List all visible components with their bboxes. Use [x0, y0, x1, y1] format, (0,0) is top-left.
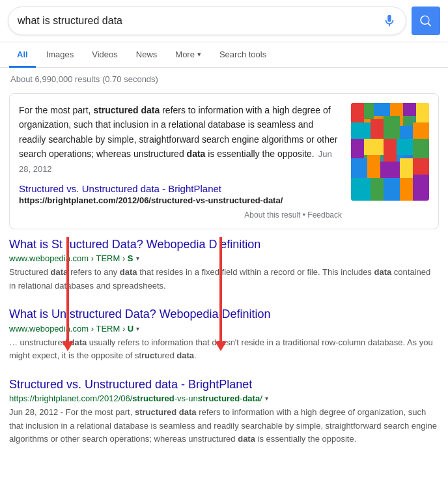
tab-videos[interactable]: Videos [84, 43, 126, 68]
tab-videos-label: Videos [92, 50, 118, 59]
svg-rect-2 [374, 103, 390, 116]
search-button[interactable] [412, 7, 440, 35]
results-section: What is St|ructured Data? Webopedia D|ef… [0, 237, 448, 446]
feedback-link[interactable]: Feedback [307, 210, 342, 220]
svg-rect-9 [400, 126, 413, 139]
snippet-bold-data: data [187, 149, 206, 159]
dropdown-arrow-2[interactable]: ▾ [136, 325, 139, 332]
result-item-3: Structured vs. Unstructured data - Brigh… [9, 377, 439, 446]
svg-rect-1 [364, 103, 374, 119]
result-2-snippet: … unstructured data usually refers to in… [9, 336, 439, 363]
result-3-url: https://brightplanet.com/2012/06/structu… [9, 393, 439, 403]
result-2-url: www.webopedia.com › TERM › U ▾ [9, 324, 439, 334]
svg-rect-7 [371, 119, 384, 139]
snippet-text-end: is essentially the opposite. [205, 149, 314, 159]
svg-rect-5 [416, 103, 429, 122]
svg-rect-14 [397, 139, 413, 155]
featured-snippet-text: For the most part, structured data refer… [19, 103, 342, 177]
about-result-link[interactable]: About this result [244, 210, 300, 220]
search-input[interactable] [18, 15, 377, 27]
svg-rect-17 [367, 155, 380, 178]
svg-rect-22 [371, 178, 384, 201]
search-input-wrapper [8, 7, 406, 35]
result-3-snippet: Jun 28, 2012 - For the most part, struct… [9, 406, 439, 446]
svg-rect-19 [400, 158, 413, 178]
svg-rect-16 [351, 158, 367, 178]
svg-rect-11 [351, 139, 364, 158]
result-1-url: www.webopedia.com › TERM › S ▾ [9, 253, 439, 263]
featured-snippet: For the most part, structured data refer… [9, 93, 439, 229]
result-1-snippet: Structured data refers to any data that … [9, 266, 439, 293]
svg-rect-0 [351, 103, 364, 122]
svg-rect-8 [384, 116, 400, 139]
svg-rect-24 [400, 178, 413, 201]
tab-news-label: News [136, 50, 158, 59]
search-bar [0, 0, 448, 42]
tab-images-label: Images [46, 50, 74, 59]
svg-rect-18 [380, 162, 400, 178]
result-1-title[interactable]: What is St|ructured Data? Webopedia D|ef… [9, 237, 439, 252]
dropdown-arrow-3[interactable]: ▾ [265, 395, 268, 402]
result-3-title[interactable]: Structured vs. Unstructured data - Brigh… [9, 377, 439, 392]
chevron-down-icon: ▾ [197, 50, 201, 59]
result-item-2: What is Un|structured Data? Webopedia De… [9, 307, 439, 362]
svg-rect-12 [364, 139, 384, 155]
snippet-bold-structured-data: structured data [93, 105, 160, 115]
snippet-url: https://brightplanet.com/2012/06/structu… [19, 195, 342, 205]
dropdown-arrow-1[interactable]: ▾ [136, 255, 139, 262]
svg-rect-25 [413, 175, 429, 201]
tab-all[interactable]: All [9, 43, 36, 68]
svg-rect-20 [413, 158, 429, 175]
svg-rect-4 [403, 103, 416, 116]
tab-more-label: More [175, 50, 195, 59]
result-item-1: What is St|ructured Data? Webopedia D|ef… [9, 237, 439, 293]
svg-rect-6 [351, 122, 371, 139]
svg-rect-10 [413, 122, 429, 139]
tab-news[interactable]: News [128, 43, 165, 68]
result-2-title[interactable]: What is Un|structured Data? Webopedia De… [9, 307, 439, 322]
svg-rect-15 [413, 139, 429, 158]
tab-all-label: All [17, 50, 28, 59]
svg-rect-23 [384, 178, 400, 201]
tab-images[interactable]: Images [38, 43, 82, 68]
svg-rect-13 [384, 139, 397, 162]
results-container: What is St|ructured Data? Webopedia D|ef… [0, 237, 448, 446]
nav-tabs: All Images Videos News More ▾ Search too… [0, 42, 448, 68]
mic-icon[interactable] [382, 14, 397, 28]
snippet-title-link[interactable]: Structured vs. Unstructured data - Brigh… [19, 183, 342, 194]
tab-search-tools-label: Search tools [219, 50, 266, 59]
tab-more[interactable]: More ▾ [167, 43, 209, 68]
results-info: About 6,990,000 results (0.70 seconds) [0, 68, 448, 88]
svg-rect-21 [351, 178, 371, 201]
snippet-text-before: For the most part, [19, 105, 93, 115]
tab-search-tools[interactable]: Search tools [212, 43, 274, 68]
featured-snippet-image [351, 103, 429, 201]
snippet-about: About this result • Feedback [19, 210, 342, 220]
